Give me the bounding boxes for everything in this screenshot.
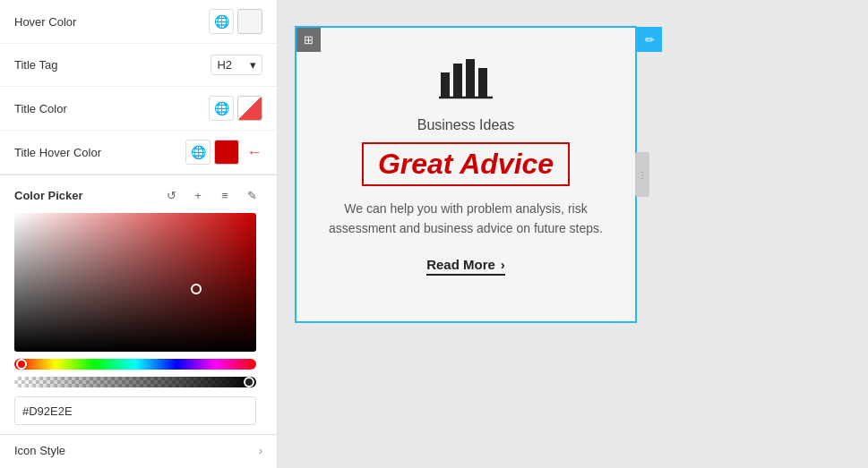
title-hover-color-controls: 🌐 ← [185,140,262,165]
card-description: We can help you with problem analysis, r… [323,199,608,239]
preview-area: ⊞ ✏ Business Ideas Great Advice We can h… [278,0,868,468]
widget-edit-icon[interactable]: ✏ [637,27,662,52]
title-color-row: Title Color 🌐 [0,87,277,131]
read-more-label: Read More [426,257,495,272]
svg-rect-1 [453,64,462,98]
card-subtitle: Business Ideas [417,117,515,133]
chevron-right-icon: › [259,445,262,457]
color-picker-gradient-canvas[interactable] [14,213,256,352]
title-hover-globe-icon[interactable]: 🌐 [185,140,211,165]
scroll-icon: ⋮ [638,170,647,180]
hex-input[interactable] [14,396,256,425]
title-color-controls: 🌐 [209,96,262,121]
title-hover-color-label: Title Hover Color [14,146,185,159]
color-picker-panel: Color Picker ↺ + ≡ ✎ [0,174,277,434]
color-picker-reset-icon[interactable]: ↺ [160,184,182,206]
icon-style-label: Icon Style [14,444,259,457]
arrow-indicator-icon: ← [246,143,262,162]
hue-slider-container[interactable] [14,359,256,371]
title-color-label: Title Color [14,102,209,115]
chevron-down-icon: ▾ [250,58,256,72]
chart-bar-icon [439,55,493,108]
color-picker-header: Color Picker ↺ + ≡ ✎ [14,184,262,206]
title-tag-value: H2 [217,58,232,72]
color-picker-list-icon[interactable]: ≡ [214,184,236,206]
hover-color-swatch[interactable] [237,9,262,34]
title-hover-color-row: Title Hover Color 🌐 ← [0,131,277,174]
hover-color-label: Hover Color [14,15,209,29]
read-more-button[interactable]: Read More › [426,257,505,276]
chevron-right-icon: › [501,257,505,272]
title-color-swatch[interactable] [237,96,262,121]
hover-color-row: Hover Color 🌐 [0,0,277,44]
svg-rect-0 [441,72,450,98]
title-color-globe-icon[interactable]: 🌐 [209,96,234,121]
grid-icon: ⊞ [304,33,314,47]
color-picker-title: Color Picker [14,189,155,202]
title-tag-controls: H2 ▾ [211,55,262,75]
opacity-thumb [244,377,254,387]
card-title: Great Advice [362,142,570,186]
hex-input-wrapper [14,396,262,425]
color-picker-add-icon[interactable]: + [187,184,209,206]
hover-color-globe-icon[interactable]: 🌐 [209,9,234,34]
opacity-slider-container[interactable] [14,377,256,389]
hue-slider[interactable] [14,359,256,370]
title-tag-row: Title Tag H2 ▾ [0,44,277,87]
hue-thumb [16,359,27,370]
hover-color-controls: 🌐 [209,9,262,34]
title-tag-select[interactable]: H2 ▾ [211,55,262,75]
color-picker-eyedropper-icon[interactable]: ✎ [241,184,262,206]
scroll-handle[interactable]: ⋮ [635,152,649,197]
settings-panel: Hover Color 🌐 Title Tag H2 ▾ Title Color… [0,0,278,468]
svg-rect-2 [466,59,475,98]
gradient-cursor [191,284,202,294]
pencil-icon: ✏ [645,33,655,47]
card-widget: ⊞ ✏ Business Ideas Great Advice We can h… [296,27,636,322]
widget-move-icon[interactable]: ⊞ [296,27,321,52]
opacity-slider[interactable] [14,377,256,387]
svg-rect-3 [478,68,487,98]
icon-style-row[interactable]: Icon Style › [0,434,277,466]
title-tag-label: Title Tag [14,58,211,72]
title-hover-color-swatch[interactable] [214,140,239,165]
